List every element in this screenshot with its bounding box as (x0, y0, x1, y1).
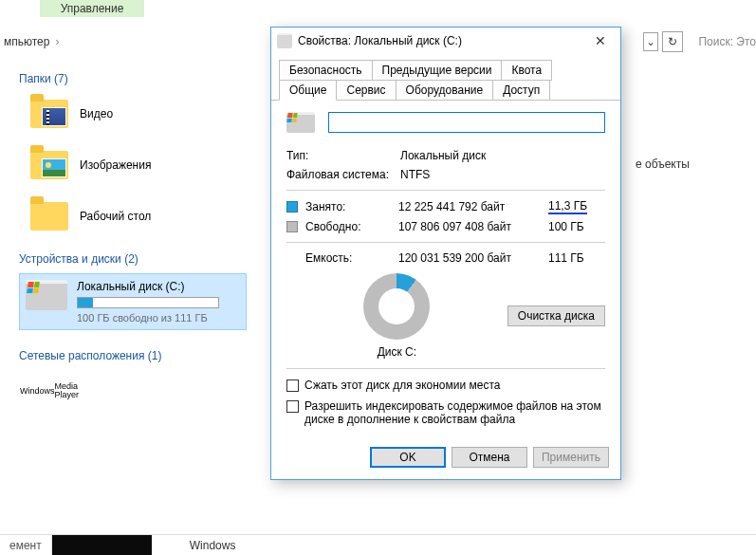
value-capacity-gb: 111 ГБ (548, 251, 605, 265)
properties-dialog: Свойства: Локальный диск (C:) ✕ Безопасн… (270, 27, 621, 480)
tab-general[interactable]: Общие (279, 80, 337, 101)
chevron-right-icon[interactable]: › (53, 35, 61, 48)
checkbox-icon (286, 400, 299, 413)
label-used: Занято: (305, 200, 393, 213)
checkbox-label: Сжать этот диск для экономии места (304, 379, 500, 392)
donut-label: Диск C: (378, 345, 416, 359)
checkbox-compress[interactable]: Сжать этот диск для экономии места (286, 375, 605, 396)
usage-donut (363, 273, 430, 340)
checkbox-label: Разрешить индексировать содержимое файло… (304, 399, 605, 426)
checkbox-indexing[interactable]: Разрешить индексировать содержимое файло… (286, 396, 605, 430)
close-button[interactable]: ✕ (586, 33, 615, 48)
value-used-bytes: 12 225 441 792 байт (398, 200, 543, 213)
taskbar-start[interactable] (52, 535, 152, 555)
tab-quota[interactable]: Квота (501, 60, 552, 81)
folder-video[interactable]: Видео (19, 93, 247, 144)
wmp-icon: Windows Media Player (28, 374, 70, 408)
status-count: емент (0, 535, 52, 555)
swatch-free (286, 221, 298, 232)
tab-bar: Безопасность Предыдущие версии Квота Общ… (271, 54, 620, 101)
drive-title: Локальный диск (C:) (77, 280, 219, 293)
breadcrumb-computer[interactable]: мпьютер (0, 35, 53, 48)
label-free: Свободно: (305, 220, 393, 233)
folder-images[interactable]: Изображения (19, 144, 247, 195)
folder-desktop[interactable]: Рабочий стол (19, 195, 247, 247)
tab-sharing[interactable]: Доступ (492, 80, 550, 101)
drive-usage-bar (77, 297, 219, 308)
ok-button[interactable]: OK (370, 447, 446, 468)
empty-hint: е объекты (636, 157, 690, 171)
tab-hardware[interactable]: Оборудование (396, 80, 494, 101)
folder-icon (28, 148, 70, 182)
value-fs: NTFS (400, 168, 430, 181)
label-fs: Файловая система: (286, 168, 400, 181)
cancel-button[interactable]: Отмена (452, 447, 527, 468)
taskbar-item[interactable]: Windows (152, 539, 236, 552)
tab-security[interactable]: Безопасность (279, 60, 373, 81)
folder-label: Рабочий стол (80, 210, 151, 223)
drive-icon (277, 33, 292, 48)
drive-name-input[interactable] (328, 112, 605, 133)
ribbon-tab-manage[interactable]: Управление (40, 0, 144, 17)
value-type: Локальный диск (400, 149, 486, 162)
label-capacity: Емкость: (305, 251, 393, 265)
address-dropdown[interactable]: ⌄ (643, 32, 658, 51)
apply-button[interactable]: Применить (533, 447, 609, 468)
statusbar: емент Windows (0, 534, 756, 555)
value-free-bytes: 107 806 097 408 байт (398, 220, 543, 233)
dialog-title: Свойства: Локальный диск (C:) (298, 34, 586, 47)
value-capacity-bytes: 120 031 539 200 байт (398, 251, 543, 265)
checkbox-icon (286, 379, 299, 392)
dialog-titlebar[interactable]: Свойства: Локальный диск (C:) ✕ (271, 28, 620, 54)
folder-label: Видео (80, 107, 113, 120)
refresh-button[interactable]: ↻ (662, 31, 683, 52)
drive-icon (286, 112, 315, 133)
drive-subtext: 100 ГБ свободно из 111 ГБ (77, 312, 219, 324)
drive-item-c[interactable]: Локальный диск (C:) 100 ГБ свободно из 1… (19, 273, 247, 330)
network-item-wmp[interactable]: Windows Media Player (19, 370, 247, 421)
swatch-used (286, 201, 298, 213)
tab-tools[interactable]: Сервис (336, 80, 396, 101)
label-type: Тип: (286, 149, 400, 162)
folder-label: Изображения (80, 158, 151, 172)
tab-previous-versions[interactable]: Предыдущие версии (372, 60, 503, 81)
drive-icon (26, 280, 67, 310)
value-used-gb: 11,3 ГБ (548, 199, 587, 214)
disk-cleanup-button[interactable]: Очистка диска (507, 305, 605, 326)
value-free-gb: 100 ГБ (548, 220, 605, 233)
folder-icon (28, 199, 70, 233)
search-input[interactable]: Поиск: Это (691, 35, 756, 48)
folder-icon (28, 97, 70, 131)
